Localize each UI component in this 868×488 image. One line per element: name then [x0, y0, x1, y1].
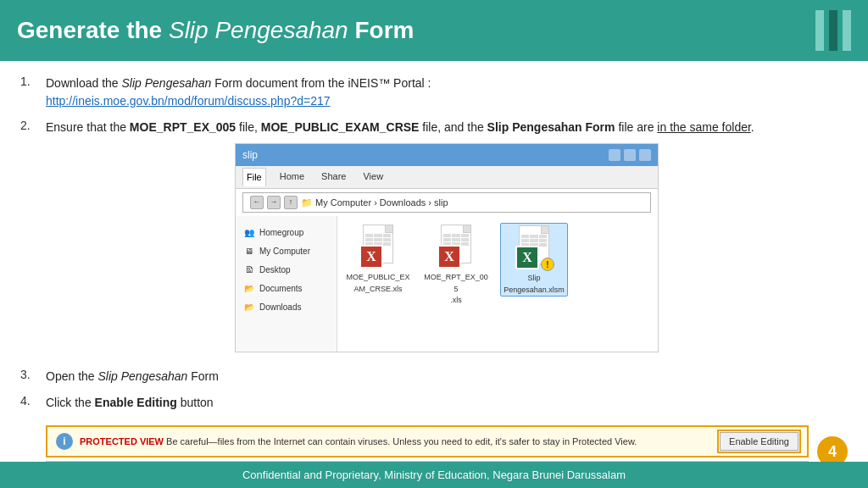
footer: Confidential and Proprietary, Ministry o… [0, 462, 868, 488]
fe-file-3-icon: X ! [514, 224, 554, 271]
step2-bold1: MOE_RPT_EX_005 [130, 120, 236, 134]
fe-sidebar-homegroup[interactable]: 👥 Homegroup [239, 223, 333, 241]
fe-sidebar-mycomputer[interactable]: 🖥 My Computer [239, 241, 333, 260]
fe-file-2[interactable]: X MOE_RPT_EX_005.xls [422, 223, 490, 307]
file-explorer: slip File Home Share View [235, 143, 659, 352]
enable-editing-button[interactable]: Enable Editing [720, 432, 798, 451]
fe-address-text: 📁 My Computer › Downloads › slip [301, 196, 448, 210]
fe-back-btn[interactable]: ← [250, 196, 264, 209]
fe-file-1-icon: X [358, 223, 398, 270]
fe-sidebar-mycomputer-label: My Computer [259, 245, 310, 258]
step-1-num: 1. [20, 75, 46, 88]
title-pre: Generate [17, 17, 126, 43]
step-2-content: Ensure that the MOE_RPT_EX_005 file, MOE… [46, 119, 848, 359]
fe-files-area: X MOE_PUBLIC_EXAM_CRSE.xls [337, 216, 658, 352]
step3-italic: Slip Pengesahan [98, 369, 188, 383]
step2-underlined: in the same folder [657, 120, 751, 134]
header: Generate the Slip Pengesahan Form [0, 0, 868, 61]
step-1-content: Download the Slip Pengesahan Form docume… [46, 75, 848, 110]
fe-sidebar-desktop[interactable]: 🖻 Desktop [239, 260, 333, 279]
excel-badge-3: X [515, 246, 539, 269]
header-title: Generate the Slip Pengesahan Form [17, 17, 414, 44]
downloads-icon: 📂 [242, 300, 256, 313]
fe-file-3[interactable]: X ! SlipPengesahan.xlsm [500, 223, 568, 297]
warning-icon: ! [541, 258, 554, 271]
fe-file-3-label: SlipPengesahan.xlsm [504, 273, 565, 296]
fe-sidebar-downloads-label: Downloads [259, 301, 301, 313]
pv-message: Be careful—files from the Internet can c… [166, 436, 637, 446]
header-bar-2 [829, 10, 837, 51]
fe-ribbon-home[interactable]: Home [276, 168, 308, 186]
header-bar-3 [843, 10, 851, 51]
fe-minimize-btn[interactable] [609, 149, 620, 161]
step-3-content: Open the Slip Pengesahan Form [46, 368, 848, 385]
step1-italic: Slip Pengesahan [122, 76, 212, 90]
step1-link[interactable]: http://ineis.moe.gov.bn/mod/forum/discus… [46, 94, 331, 108]
step-4-num: 4. [20, 394, 46, 408]
step4-bold: Enable Editing [95, 396, 177, 409]
fe-titlebar-btns [609, 149, 651, 161]
protected-view-bar: i PROTECTED VIEW Be careful—files from t… [46, 425, 809, 458]
fe-sidebar-homegroup-label: Homegroup [259, 226, 303, 239]
header-bar-1 [815, 10, 824, 51]
step2-bold2: MOE_PUBLIC_EXAM_CRSE [261, 120, 420, 134]
fe-ribbon-view[interactable]: View [359, 168, 387, 186]
steps-list: 1. Download the Slip Pengesahan Form doc… [20, 75, 848, 487]
fe-title: slip [242, 147, 258, 163]
fe-maximize-btn[interactable] [624, 149, 636, 161]
excel-badge-2: X [437, 245, 461, 269]
fe-file-1[interactable]: X MOE_PUBLIC_EXAM_CRSE.xls [344, 223, 412, 295]
computer-icon: 🖥 [242, 244, 256, 258]
fe-titlebar: slip [236, 144, 658, 166]
fe-forward-btn[interactable]: → [267, 196, 281, 209]
title-the: the [126, 17, 169, 43]
fe-up-btn[interactable]: ↑ [284, 196, 298, 209]
info-icon: i [56, 433, 73, 450]
fe-sidebar-desktop-label: Desktop [259, 263, 291, 276]
fe-sidebar-downloads[interactable]: 📂 Downloads [239, 297, 333, 316]
pv-label: PROTECTED VIEW [80, 436, 164, 446]
fe-ribbon-share[interactable]: Share [318, 168, 349, 186]
fe-sidebar-documents-label: Documents [259, 282, 303, 295]
step-1: 1. Download the Slip Pengesahan Form doc… [20, 75, 848, 110]
step-2-num: 2. [20, 119, 46, 132]
title-italic: Slip Pengesahan [169, 17, 348, 43]
step-2: 2. Ensure that the MOE_RPT_EX_005 file, … [20, 119, 848, 359]
documents-icon: 📂 [242, 281, 256, 295]
main-content: 1. Download the Slip Pengesahan Form doc… [0, 61, 868, 488]
step-3-num: 3. [20, 368, 46, 381]
header-bars [815, 10, 851, 51]
fe-ribbon-file[interactable]: File [242, 168, 266, 186]
step-3: 3. Open the Slip Pengesahan Form [20, 368, 848, 385]
fe-file-2-label: MOE_RPT_EX_005.xls [422, 272, 490, 307]
fe-file-1-label: MOE_PUBLIC_EXAM_CRSE.xls [346, 272, 409, 295]
desktop-icon: 🖻 [242, 263, 256, 276]
fe-address-bar[interactable]: ← → ↑ 📁 My Computer › Downloads › slip [242, 192, 651, 214]
excel-badge-1: X [359, 245, 383, 269]
fe-sidebar: 👥 Homegroup 🖥 My Computer 🖻 Desktop [236, 216, 337, 352]
fe-sidebar-documents[interactable]: 📂 Documents [239, 279, 333, 297]
fe-file-2-icon: X [436, 223, 476, 270]
pv-text: PROTECTED VIEW Be careful—files from the… [80, 435, 713, 449]
step2-bold3: Slip Pengesahan Form [487, 120, 615, 134]
title-post: Form [348, 17, 415, 43]
footer-text: Confidential and Proprietary, Ministry o… [242, 469, 626, 481]
fe-body: 👥 Homegroup 🖥 My Computer 🖻 Desktop [236, 216, 658, 352]
homegroup-icon: 👥 [242, 225, 256, 239]
fe-ribbon: File Home Share View [236, 166, 658, 189]
fe-close-btn[interactable] [639, 149, 651, 161]
